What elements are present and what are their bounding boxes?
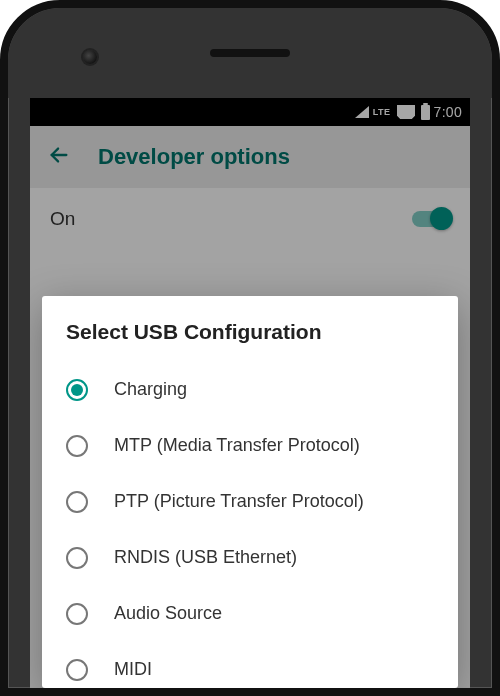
option-label: PTP (Picture Transfer Protocol) bbox=[114, 490, 434, 513]
option-label: Audio Source bbox=[114, 602, 434, 625]
option-label: MTP (Media Transfer Protocol) bbox=[114, 434, 434, 457]
phone-bezel-top bbox=[8, 8, 492, 98]
option-charging[interactable]: Charging bbox=[66, 362, 434, 418]
radio-icon[interactable] bbox=[66, 379, 88, 401]
app-bar: Developer options bbox=[30, 126, 470, 188]
master-toggle-label: On bbox=[50, 208, 75, 230]
option-label: RNDIS (USB Ethernet) bbox=[114, 546, 434, 569]
status-bar: LTE 7:00 bbox=[30, 98, 470, 126]
cell-signal-icon bbox=[355, 106, 369, 118]
front-camera-icon bbox=[83, 50, 97, 64]
option-mtp[interactable]: MTP (Media Transfer Protocol) bbox=[66, 418, 434, 474]
network-type-label: LTE bbox=[373, 107, 391, 117]
master-toggle-switch[interactable] bbox=[412, 211, 450, 227]
master-toggle-row[interactable]: On bbox=[30, 188, 470, 250]
radio-icon[interactable] bbox=[66, 491, 88, 513]
clock-label: 7:00 bbox=[434, 104, 462, 120]
speaker-grille-icon bbox=[210, 49, 290, 57]
radio-icon[interactable] bbox=[66, 659, 88, 681]
radio-icon[interactable] bbox=[66, 435, 88, 457]
wifi-icon bbox=[397, 105, 415, 119]
radio-icon[interactable] bbox=[66, 547, 88, 569]
battery-icon bbox=[421, 105, 430, 120]
option-label: MIDI bbox=[114, 658, 434, 681]
usb-config-dialog: Select USB Configuration Charging MTP (M… bbox=[42, 296, 458, 688]
radio-icon[interactable] bbox=[66, 603, 88, 625]
phone-frame: LTE 7:00 Developer options On Select USB… bbox=[0, 0, 500, 696]
option-midi[interactable]: MIDI bbox=[66, 642, 434, 688]
dialog-title: Select USB Configuration bbox=[66, 320, 434, 344]
page-title: Developer options bbox=[98, 144, 290, 170]
option-ptp[interactable]: PTP (Picture Transfer Protocol) bbox=[66, 474, 434, 530]
screen: LTE 7:00 Developer options On Select USB… bbox=[30, 98, 470, 688]
option-rndis[interactable]: RNDIS (USB Ethernet) bbox=[66, 530, 434, 586]
option-audio-source[interactable]: Audio Source bbox=[66, 586, 434, 642]
option-label: Charging bbox=[114, 378, 434, 401]
back-arrow-icon[interactable] bbox=[48, 144, 70, 170]
